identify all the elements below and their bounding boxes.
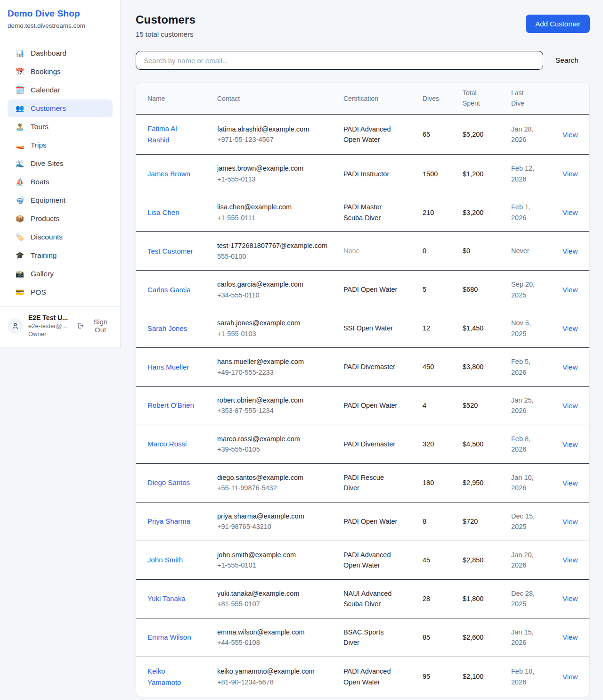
customer-email: emma.wilson@example.com (217, 627, 332, 637)
customer-name-link[interactable]: Keiko Yamamoto (147, 666, 196, 688)
page-header-text: Customers 15 total customers (136, 13, 196, 38)
sidebar-item-calendar[interactable]: 🗓️ Calendar (8, 81, 113, 99)
view-link[interactable]: View (562, 479, 578, 487)
sidebar-item-dashboard[interactable]: 📊 Dashboard (8, 44, 113, 62)
sidebar-user-section: E2E Test U... e2e-tester@... Owner Sign … (0, 306, 120, 346)
view-link[interactable]: View (562, 324, 578, 332)
cell-name: Yuki Tanaka (136, 579, 212, 618)
view-link[interactable]: View (562, 556, 578, 564)
customer-email: keiko.yamamoto@example.com (217, 666, 332, 676)
customer-certification: PADI Advanced Open Water (343, 124, 399, 145)
view-link[interactable]: View (562, 363, 578, 371)
customer-last-dive: Jan 15, 2026 (511, 627, 541, 648)
customer-name-link[interactable]: Emma Wilson (147, 632, 191, 643)
customer-name-link[interactable]: Diego Santos (147, 477, 190, 488)
cell-contact: james.brown@example.com +1-555-0113 (212, 155, 338, 193)
table-row: John Smith john.smith@example.com +1-555… (136, 541, 590, 579)
customer-name-link[interactable]: Priya Sharma (147, 516, 190, 527)
view-link[interactable]: View (562, 131, 578, 139)
brand-name: Demo Dive Shop (8, 8, 113, 19)
search-button[interactable]: Search (543, 56, 590, 65)
cell-total-spent: $520 (457, 387, 505, 425)
cell-total-spent: $1,450 (457, 309, 505, 348)
customer-last-dive: Sep 20, 2025 (511, 279, 541, 300)
sidebar-item-boats[interactable]: ⛵ Boats (8, 173, 113, 191)
customer-name-link[interactable]: Carlos Garcia (147, 284, 191, 296)
view-link[interactable]: View (562, 594, 578, 602)
cell-certification: PADI Open Water (338, 271, 417, 309)
sidebar-item-label: Products (31, 214, 59, 223)
sidebar-item-label: Tours (31, 123, 49, 131)
cell-action: View (557, 463, 590, 502)
cell-contact: lisa.chen@example.com +1-555-0111 (212, 193, 338, 232)
customer-last-dive: Feb 12, 2026 (511, 163, 541, 184)
user-icon (11, 322, 19, 330)
customer-certification: BSAC Sports Diver (343, 627, 399, 648)
view-link[interactable]: View (562, 247, 578, 255)
customer-name-link[interactable]: Lisa Chen (147, 207, 179, 218)
cell-total-spent: $3,800 (457, 348, 505, 387)
sidebar-item-tours[interactable]: 🏝️ Tours (8, 118, 113, 136)
cell-dives: 45 (417, 541, 457, 579)
customer-name-link[interactable]: Yuki Tanaka (147, 593, 186, 604)
customer-dives: 65 (423, 131, 430, 138)
sidebar-item-equipment[interactable]: 🤿 Equipment (8, 191, 113, 209)
add-customer-button[interactable]: Add Customer (526, 15, 590, 33)
dive-sites-icon: 🌊 (15, 159, 24, 168)
sidebar-item-products[interactable]: 📦 Products (8, 210, 113, 228)
cell-contact: yuki.tanaka@example.com +81-555-0107 (212, 579, 338, 618)
search-input[interactable] (136, 51, 543, 70)
view-link[interactable]: View (562, 286, 578, 294)
customer-email: test-1772681807767@example.com (217, 240, 332, 251)
customer-dives: 8 (423, 518, 426, 525)
sidebar-item-pos[interactable]: 💳 POS (8, 283, 113, 301)
cell-action: View (557, 348, 590, 387)
customer-dives: 45 (423, 556, 430, 564)
cell-certification: PADI Advanced Open Water (338, 541, 417, 579)
cell-last-dive: Jan 15, 2026 (505, 618, 557, 657)
customer-name-link[interactable]: Marco Rossi (147, 438, 187, 450)
view-link[interactable]: View (562, 402, 578, 410)
customer-total-spent: $2,950 (463, 479, 483, 486)
customer-name-link[interactable]: Sarah Jones (147, 323, 187, 334)
sidebar-item-trips[interactable]: 🚤 Trips (8, 136, 113, 154)
sidebar-item-dive-sites[interactable]: 🌊 Dive Sites (8, 155, 113, 173)
view-link[interactable]: View (562, 170, 578, 178)
table-row: Emma Wilson emma.wilson@example.com +44-… (136, 618, 590, 657)
customer-name-link[interactable]: Fatima Al-Rashid (147, 123, 196, 146)
customer-name-link[interactable]: Robert O'Brien (147, 400, 194, 411)
search-bar: Search (136, 51, 590, 70)
view-link[interactable]: View (562, 518, 578, 526)
sidebar-item-label: Calendar (31, 86, 60, 94)
customer-name-link[interactable]: Test Customer (147, 246, 193, 257)
sidebar-item-label: Bookings (31, 67, 61, 76)
col-header-contact: Contact (212, 82, 338, 115)
sidebar-item-discounts[interactable]: 🏷️ Discounts (8, 228, 113, 246)
customer-certification: PADI Divemaster (343, 362, 395, 372)
sidebar-item-gallery[interactable]: 📸 Gallery (8, 265, 113, 283)
customer-name-link[interactable]: James Brown (147, 168, 190, 180)
sidebar-item-customers[interactable]: 👥 Customers (8, 99, 113, 117)
customer-last-dive: Feb 1, 2026 (511, 202, 541, 223)
view-link[interactable]: View (562, 208, 578, 216)
sign-out-button[interactable]: Sign Out (77, 318, 114, 334)
cell-dives: 4 (417, 387, 457, 425)
table-row: Robert O'Brien robert.obrien@example.com… (136, 387, 590, 425)
customer-last-dive: Jan 20, 2026 (511, 550, 541, 571)
sidebar-item-training[interactable]: 🎓 Training (8, 247, 113, 264)
cell-dives: 5 (417, 271, 457, 309)
cell-dives: 12 (417, 309, 457, 348)
customer-certification: PADI Rescue Diver (343, 472, 399, 494)
cell-name: Test Customer (136, 232, 212, 271)
customer-email: yuki.tanaka@example.com (217, 588, 332, 599)
cell-action: View (557, 425, 590, 463)
table-row: Keiko Yamamoto keiko.yamamoto@example.co… (136, 657, 590, 697)
sidebar-item-bookings[interactable]: 📅 Bookings (8, 63, 113, 81)
customer-name-link[interactable]: Hans Mueller (147, 362, 189, 373)
view-link[interactable]: View (562, 440, 578, 448)
view-link[interactable]: View (562, 673, 578, 681)
view-link[interactable]: View (562, 633, 578, 641)
customer-name-link[interactable]: John Smith (147, 554, 183, 566)
cell-contact: hans.mueller@example.com +49-170-555-223… (212, 348, 338, 387)
sidebar-item-label: Gallery (31, 270, 54, 278)
